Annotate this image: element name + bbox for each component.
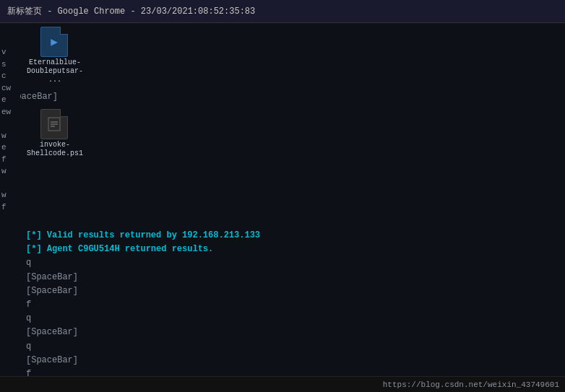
shellcode-label: invoke- Shellcode.ps1 [26, 141, 84, 158]
eternalblue-icon-item[interactable]: ▶ Eternalblue-Doubleputsar-... [26, 27, 84, 84]
diagonal-decoration [522, 0, 565, 23]
spacebar-line4: [SpaceBar] [26, 326, 559, 339]
sidebar-f1: f [0, 154, 20, 166]
main-content: v s c cw e ew w e f w w f ▶ Eternalblue-… [0, 23, 565, 392]
f-line1: f [26, 298, 559, 312]
sidebar-f2: f [0, 201, 20, 214]
eternalblue-label: Eternalblue-Doubleputsar-... [26, 58, 84, 84]
spacebar-line1: [SpaceBar] [20, 92, 84, 102]
status-url: https://blog.csdn.net/weixin_43749601 [383, 380, 559, 389]
sidebar-spacer1 [0, 118, 20, 130]
spacebar-line5: [SpaceBar] [26, 354, 559, 367]
terminal-output: [*] Valid results returned by 192.168.21… [26, 229, 559, 392]
gray-file-icon [40, 109, 68, 139]
spacebar-line3: [SpaceBar] [26, 284, 559, 298]
valid-results-line: [*] Valid results returned by 192.168.21… [26, 229, 559, 243]
sidebar-s: s [0, 58, 20, 71]
sidebar-v: v [0, 46, 20, 58]
desktop-icons: ▶ Eternalblue-Doubleputsar-... [SpaceBar… [26, 27, 84, 169]
sidebar-w3: w [0, 189, 20, 201]
sidebar-spacer2 [0, 178, 20, 190]
shellcode-icon-item[interactable]: invoke- Shellcode.ps1 [26, 109, 84, 158]
q-line1: q [26, 256, 559, 270]
sidebar-e1: e [0, 94, 20, 106]
sidebar-e2: e [0, 141, 20, 154]
left-sidebar: v s c cw e ew w e f w w f [0, 46, 20, 376]
sidebar-ew: ew [0, 106, 20, 118]
agent-results-line: [*] Agent C9GU514H returned results. [26, 243, 559, 256]
sidebar-w1: w [0, 130, 20, 142]
q-line2: q [26, 312, 559, 326]
title-bar: 新标签页 - Google Chrome - 23/03/2021:08:52:… [0, 0, 565, 23]
document-icon [48, 117, 61, 131]
q-line3: q [26, 340, 559, 354]
sidebar-w2: w [0, 165, 20, 178]
blue-file-icon: ▶ [40, 27, 68, 57]
status-bar: https://blog.csdn.net/weixin_43749601 [0, 376, 565, 392]
file-symbol: ▶ [51, 35, 58, 49]
title-bar-text: 新标签页 - Google Chrome - 23/03/2021:08:52:… [7, 5, 255, 17]
spacebar-group1: [SpaceBar] [20, 92, 84, 102]
sidebar-c: c [0, 70, 20, 82]
shellcode-icon-img [40, 109, 69, 138]
sidebar-cw: cw [0, 82, 20, 95]
spacebar-line2: [SpaceBar] [26, 271, 559, 284]
terminal-area: ▶ Eternalblue-Doubleputsar-... [SpaceBar… [20, 23, 565, 392]
eternalblue-icon-img: ▶ [40, 27, 69, 56]
